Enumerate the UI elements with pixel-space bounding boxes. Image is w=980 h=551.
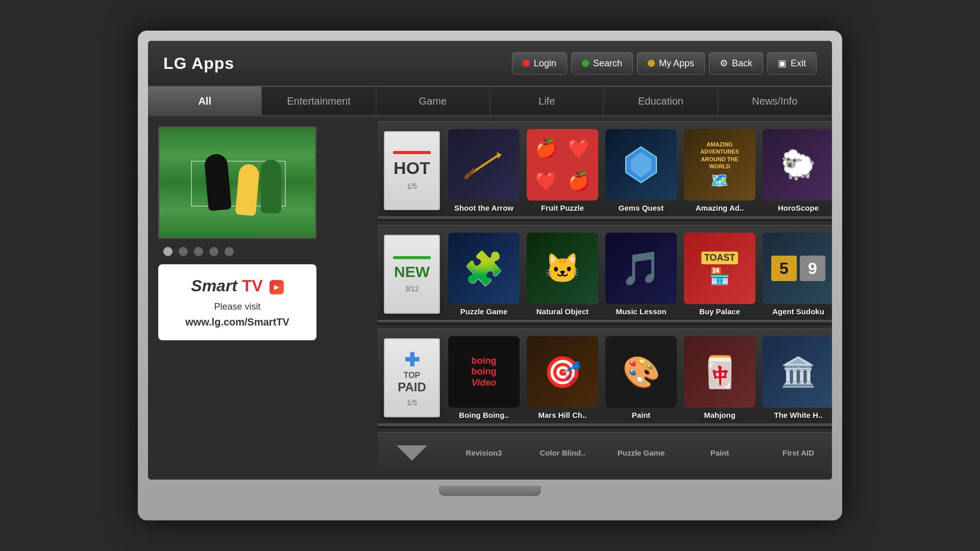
app-mahjong[interactable]: 🀄 Mahjong [682,336,757,419]
player1-silhouette [204,153,231,211]
partial-app-paint2-label: Paint [710,448,729,457]
shelf-new-apps: 🧩 Puzzle Game 🐱 Natural Object [446,233,832,316]
partial-app-firstaid: First AID [761,448,832,457]
top-text: TOP [404,371,421,380]
app-music-lesson[interactable]: 🎵 Music Lesson [603,233,679,316]
hot-badge-bar [393,151,431,154]
tv-stand [439,486,541,496]
smart-text: Smart [191,277,237,295]
left-panel: Smart TV ▶ Please visit www.lg.com/Smart… [148,116,378,480]
app-shoot-arrow[interactable]: Shoot the Arrow [446,129,522,212]
header: LG Apps Login Search My Apps ⚙ Back [148,41,832,87]
partial-app-puzzlegame2-label: Puzzle Game [618,448,665,457]
exit-button[interactable]: ▣ Exit [767,52,817,74]
login-button[interactable]: Login [512,52,567,74]
shelf-hot: HOT 1/5 [378,121,832,221]
partial-app-firstaid-label: First AID [782,448,814,457]
amazing-ad-icon: AMAZINGADVENTURESAROUND THEWORLD 🗺️ [684,129,755,201]
agent-sudoku-icon: 5 9 [763,233,832,304]
nav-buttons: Login Search My Apps ⚙ Back ▣ Exit [512,52,817,74]
partial-app-colorblind-label: Color Blind.. [540,448,585,457]
partial-app-revision3: Revision3 [446,448,522,457]
search-label: Search [593,58,622,69]
amazing-ad-label: Amazing Ad.. [696,204,744,212]
paid-text: PAID [398,380,426,394]
natural-object-label: Natural Object [536,307,589,316]
partial-app-puzzlegame2: Puzzle Game [603,448,679,457]
app-amazing-ad[interactable]: AMAZINGADVENTURESAROUND THEWORLD 🗺️ Amaz… [682,129,757,212]
app-mars[interactable]: 🎯 Mars Hill Ch.. [525,336,600,419]
new-badge: NEW 3/12 [384,235,440,314]
app-puzzle-game[interactable]: 🧩 Puzzle Game [446,233,522,316]
player3-silhouette [261,160,281,213]
buy-palace-icon: TOAST 🏪 [684,233,755,304]
myapps-button[interactable]: My Apps [637,52,705,74]
smart-tv-logo-icon: ▶ [270,280,284,294]
music-lesson-icon: 🎵 [605,233,677,304]
tv-text: TV [242,277,263,295]
hot-badge-counter: 1/5 [407,182,416,190]
fruit-puzzle-icon: 🍎 ❤️ ❤️ 🍎 [527,129,598,201]
app-horoscope[interactable]: 🐑 HoroScope [761,129,832,212]
tv-screen: LG Apps Login Search My Apps ⚙ Back [148,41,832,480]
tv-stand-area [148,480,832,496]
tab-all[interactable]: All [148,87,262,115]
gems-quest-icon [605,129,677,201]
app-paint[interactable]: 🎨 Paint [603,336,679,419]
partial-app-colorblind: Color Blind.. [525,448,600,457]
mahjong-icon: 🀄 [684,336,755,408]
back-button[interactable]: ⚙ Back [709,52,763,74]
partial-shelf: Revision3 Color Blind.. Puzzle Game Pain… [378,432,832,473]
partial-app-revision3-label: Revision3 [466,448,502,457]
shoot-arrow-icon [448,129,520,201]
app-buy-palace[interactable]: TOAST 🏪 Buy Palace [682,233,757,316]
paid-badge: ✚ TOP PAID 1/5 [384,338,440,417]
tab-entertainment[interactable]: Entertainment [262,87,376,115]
please-visit-text: Please visit [170,302,304,312]
app-white-house[interactable]: 🏛️ The White H.. [761,336,832,419]
hot-badge-text: HOT [394,158,430,178]
tab-education[interactable]: Education [604,87,718,115]
tab-game[interactable]: Game [376,87,490,115]
nav-dot-3[interactable] [194,247,203,256]
scroll-down-container[interactable] [384,445,440,461]
search-button[interactable]: Search [571,52,633,74]
new-badge-text: NEW [394,263,430,281]
search-dot-icon [582,60,589,67]
gems-quest-label: Gems Quest [619,204,664,212]
app-natural-object[interactable]: 🐱 Natural Object [525,233,600,316]
main-content: Smart TV ▶ Please visit www.lg.com/Smart… [148,116,832,480]
puzzle-game-label: Puzzle Game [460,307,508,316]
app-boing[interactable]: boingboingVideo Boing Boing.. [446,336,522,419]
nav-dot-4[interactable] [209,247,218,256]
app-title: LG Apps [163,54,234,73]
app-gems-quest[interactable]: Gems Quest [603,129,679,212]
nav-dot-2[interactable] [179,247,188,256]
partial-apps: Revision3 Color Blind.. Puzzle Game Pain… [446,448,832,457]
nav-dot-1[interactable] [163,247,173,256]
tab-life[interactable]: Life [490,87,604,115]
app-agent-sudoku[interactable]: 5 9 Agent Sudoku [761,233,832,316]
natural-object-icon: 🐱 [527,233,598,304]
new-badge-counter: 3/12 [405,285,419,293]
music-lesson-label: Music Lesson [616,307,666,316]
boing-icon: boingboingVideo [448,336,520,408]
agent-sudoku-label: Agent Sudoku [772,307,824,316]
shelf-new: NEW 3/12 🧩 Puzzle Game 🐱 [378,225,832,324]
preview-image [158,127,316,239]
login-dot-icon [523,60,530,67]
tv-frame: LG Apps Login Search My Apps ⚙ Back [138,31,842,520]
shelf-paid: ✚ TOP PAID 1/5 boingboingVideo Boing Boi… [378,329,832,428]
nav-dot-5[interactable] [225,247,234,256]
apps-area: HOT 1/5 [378,116,832,480]
buy-palace-label: Buy Palace [699,307,740,316]
new-badge-bar [393,256,431,259]
back-icon: ⚙ [720,58,728,69]
top-paid-badge-content: ✚ TOP PAID [398,349,426,394]
app-fruit-puzzle[interactable]: 🍎 ❤️ ❤️ 🍎 Fruit Puzzle [525,129,600,212]
smart-tv-url: www.lg.com/SmartTV [170,316,304,328]
myapps-dot-icon [648,60,655,67]
tab-newsinfo[interactable]: News/Info [718,87,832,115]
paid-counter: 1/5 [407,398,416,407]
login-label: Login [534,58,556,69]
